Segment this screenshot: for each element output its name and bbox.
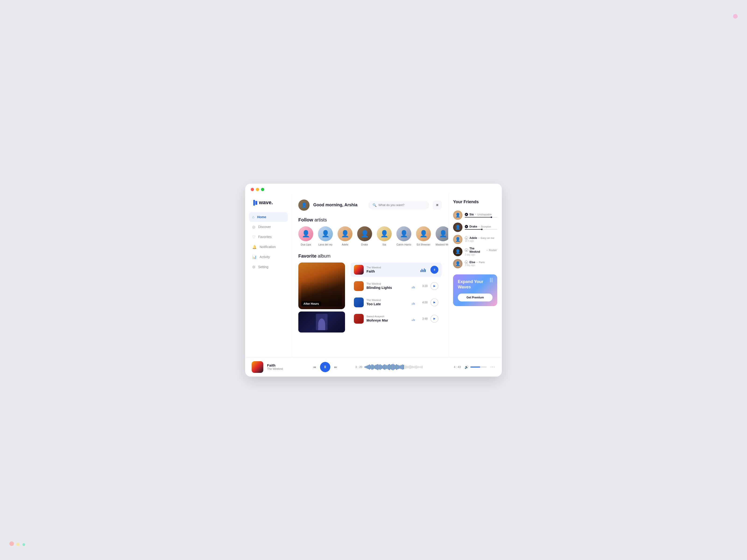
player-info: Faith The Weeknd [267,363,295,371]
pause-button[interactable]: ⏸ [320,362,330,372]
sidebar-item-discover[interactable]: ◎ Discover [249,222,288,232]
second-album-cover[interactable] [298,312,345,332]
waveform-bar [366,366,366,368]
friend-avatar: 👤 [453,259,462,268]
artist-item[interactable]: 👤 Lana del rey [318,226,333,246]
right-panel: Your Friends 👤 ▶ Sia • Unstoppable 👤 [448,194,502,357]
sidebar-item-setting[interactable]: ⚙ Setting [249,262,288,272]
bar2 [413,302,414,305]
play-track-button[interactable]: ▶ [431,315,438,323]
waveform-bar [419,366,420,368]
volume-area: 🔊 [465,365,487,369]
friend-item[interactable]: 👤 ▶ Sia • Unstoppable [453,209,497,221]
bg-decoration-1 [733,14,738,19]
waveform-bar [370,365,371,369]
bar2 [413,286,414,288]
artist-item[interactable]: 👤 Sia [377,226,392,246]
waveform-bar [398,365,399,369]
artist-item[interactable]: 👤 Dua Lipa [298,226,313,246]
waveform-bar [407,366,407,368]
track-item[interactable]: The Weeknd Too Late 4:00 ▶ [351,295,442,310]
bar2 [413,319,414,321]
bar1 [412,303,412,305]
friend-song: Paris [479,261,485,264]
friend-name: Sia [469,213,474,216]
album-covers: After Hours [298,263,345,332]
waveform-bar [396,364,397,370]
favorite-album-section: Favorite album After Hours [298,254,442,332]
bar1 [420,270,421,272]
waveform-bar [418,366,419,368]
track-bars [412,300,415,305]
playing-indicator: ▶ [465,213,468,216]
volume-bar[interactable] [470,367,487,368]
player-track-title: Faith [267,363,295,367]
sidebar-item-home[interactable]: ⌂ Home [249,212,288,222]
sidebar-item-notification[interactable]: 🔔 Notification [249,242,288,252]
track-duration: 3:20 [419,285,428,288]
search-icon: 🔍 [372,203,377,207]
waveform-bar [421,366,421,368]
track-list: The Weeknd Faith ⏸ The Weeknd Blinding L… [351,263,442,332]
play-indicator: ▶ [465,248,468,252]
track-title: Too Late [366,302,409,306]
close-button[interactable] [251,188,254,191]
friend-item[interactable]: 👤 ▶ The Weeknd • Rockin' 2 day ago [453,245,497,258]
artist-name: Ed Sheeran [417,243,430,246]
bar3 [414,319,415,321]
waveform-bar [388,365,389,370]
favorite-section: After Hours The Wee [298,263,442,332]
friend-details: ▶ Drake • Scorpion [465,225,497,230]
track-item[interactable]: Saeed Asayesh Mohreye Mar 3:48 ▶ [351,312,442,326]
artist-item[interactable]: 👤 Drake [357,226,372,246]
next-button[interactable]: ⏭ [334,365,337,369]
get-premium-button[interactable]: Get Premium [458,294,493,301]
maximize-button[interactable] [261,188,264,191]
sidebar-item-favorites[interactable]: ♡ Favorites [249,232,288,242]
artist-avatar: 👤 [416,226,431,241]
friend-progress-bar [465,229,497,230]
track-info: The Weeknd Too Late [366,299,409,306]
sidebar-item-label: Discover [258,225,271,229]
filter-button[interactable]: ≡ [433,201,442,210]
track-item[interactable]: The Weeknd Blinding Lights 3:20 ▶ [351,279,442,293]
pause-track-button[interactable]: ⏸ [431,266,438,274]
volume-icon: 🔊 [465,365,468,369]
play-track-button[interactable]: ▶ [431,282,438,290]
track-artist: The Weeknd [366,282,409,285]
more-options-button[interactable]: ··· [490,365,495,369]
bar3 [414,287,415,288]
waveform-bar [393,364,393,370]
bar3 [423,270,423,272]
friend-item[interactable]: 👤 ▶ Drake • Scorpion [453,221,497,233]
track-duration: 3:48 [419,317,428,320]
friend-item[interactable]: 👤 ▶ Else • Paris 3 day ago [453,258,497,270]
artist-item[interactable]: 👤 Calvin Harris [396,226,411,246]
play-track-button[interactable]: ▶ [431,298,438,306]
artist-item[interactable]: 👤 Adele [338,226,353,246]
play-indicator: ▶ [465,236,468,240]
sidebar-item-activity[interactable]: 📊 Activity [249,252,288,262]
track-item[interactable]: The Weeknd Faith ⏸ [351,263,442,277]
previous-button[interactable]: ⏮ [313,365,316,369]
friend-details: ▶ Else • Paris 3 day ago [465,261,497,266]
user-avatar[interactable]: 👤 [298,199,310,211]
friend-avatar: 👤 [453,222,462,232]
pause-decoration: ⏸ [488,276,494,284]
waveform-bar [397,365,398,369]
artist-item[interactable]: 👤 Ed Sheeran [416,226,431,246]
playing-bars [420,267,426,272]
favorite-album-title: Favorite album [298,254,442,259]
friend-item[interactable]: 👤 ▶ Adele • Easy on me 14 h ago [453,233,497,245]
waveform-bar [376,365,377,370]
total-time: 4 : 43 [454,365,461,369]
bar3 [414,303,415,305]
minimize-button[interactable] [256,188,259,191]
waveform[interactable] [365,364,452,370]
main-album-cover[interactable]: After Hours [298,263,345,309]
search-input[interactable] [379,203,425,207]
waveform-bar [382,365,383,369]
friend-progress-bar [465,217,497,217]
current-time: 3 : 20 [355,365,362,369]
artist-item[interactable]: 👤 Masked Wolf [436,226,448,246]
